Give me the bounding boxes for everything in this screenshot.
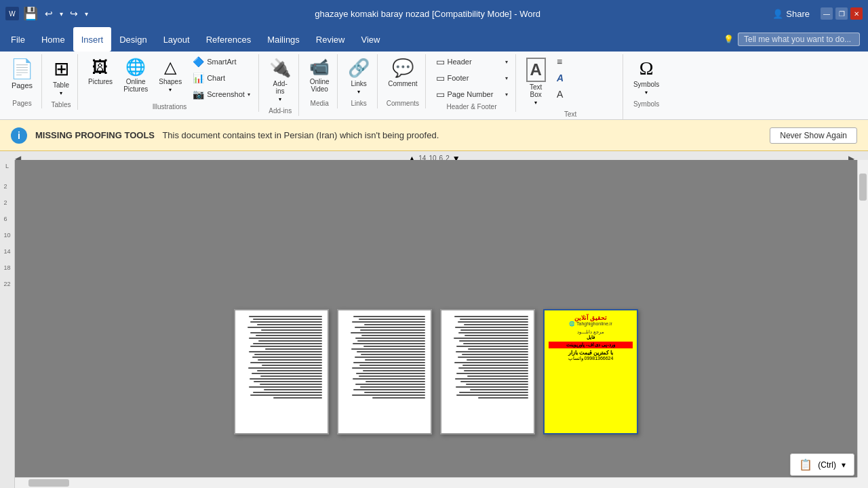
- menu-view[interactable]: View: [353, 27, 388, 52]
- ribbon-group-links-label: Links: [343, 98, 374, 108]
- chart-icon: 📊: [193, 73, 204, 83]
- search-input[interactable]: [738, 33, 860, 46]
- chart-button[interactable]: 📊 Chart: [188, 70, 256, 85]
- online-pictures-label: OnlinePictures: [123, 78, 148, 93]
- page-number-icon: ▭: [436, 89, 445, 100]
- share-button[interactable]: 👤 Share: [767, 6, 815, 22]
- textbox-icon: A: [526, 58, 546, 82]
- chart-label: Chart: [207, 74, 225, 82]
- textbox-button[interactable]: A TextBox ▾: [521, 54, 551, 109]
- online-video-button[interactable]: 📹 OnlineVideo: [304, 54, 334, 96]
- screenshot-dropdown: ▾: [248, 92, 250, 98]
- page-3-thumbnail[interactable]: [440, 309, 535, 434]
- never-show-again-button[interactable]: Never Show Again: [770, 127, 857, 144]
- pages-label: Pages: [12, 81, 33, 89]
- window-controls: — ❐ ✕: [821, 7, 863, 20]
- menu-references[interactable]: References: [198, 27, 259, 52]
- pictures-label: Pictures: [88, 78, 113, 85]
- minimize-button[interactable]: —: [821, 7, 833, 20]
- ribbon-group-comments-label: Comments: [383, 98, 422, 108]
- notification-text: MISSING PROOFING TOOLS This document con…: [35, 130, 762, 140]
- menu-home[interactable]: Home: [33, 27, 73, 52]
- symbols-label: Symbols: [633, 81, 659, 88]
- undo-button[interactable]: ↩: [42, 7, 56, 20]
- table-button[interactable]: ⊞ Table ▾: [47, 54, 75, 100]
- header-label: Header: [448, 58, 472, 66]
- ribbon-group-pages-label: Pages: [5, 98, 39, 108]
- wordart-button[interactable]: A: [552, 70, 620, 85]
- page-thumbnails: تحقیق آنلاین Tahghighonline.ir 🌐 مرجع دا…: [234, 309, 638, 434]
- menu-file[interactable]: File: [3, 27, 33, 52]
- menu-mailings[interactable]: Mailings: [259, 27, 308, 52]
- ribbon-group-text: A TextBox ▾ ≡ A A Text: [519, 54, 623, 119]
- page4-text4: با کمترین قیمت بازار: [549, 350, 633, 356]
- window-title: ghazaye komaki baray nozad [Compatibilit…: [88, 9, 767, 19]
- page4-text3: ورد-پی دی اف- پاورپوینت: [549, 342, 633, 348]
- pages-button[interactable]: 📄 Pages: [5, 54, 39, 93]
- clipboard-dropdown[interactable]: ▾: [842, 460, 846, 470]
- page-4-thumbnail[interactable]: تحقیق آنلاین Tahghighonline.ir 🌐 مرجع دا…: [543, 309, 638, 434]
- wordart-icon: A: [557, 73, 564, 83]
- shapes-icon: △: [164, 58, 176, 77]
- notification-icon: i: [11, 127, 27, 144]
- menu-review[interactable]: Review: [308, 27, 353, 52]
- ribbon-group-comments: 💬 Comment Comments: [380, 54, 425, 108]
- header-button[interactable]: ▭ Header ▾: [431, 54, 513, 69]
- menu-insert[interactable]: Insert: [73, 27, 112, 52]
- close-button[interactable]: ✕: [850, 7, 863, 20]
- screenshot-label: Screenshot: [207, 90, 245, 98]
- scrollbar-v-thumb[interactable]: [859, 174, 867, 201]
- redo-button[interactable]: ↪: [67, 7, 81, 20]
- ruler-v-6: 6: [3, 216, 10, 222]
- page-1-thumbnail[interactable]: [234, 309, 329, 434]
- ribbon-group-illustrations-label: Illustrations: [83, 102, 256, 112]
- title-bar: W 💾 ↩ ▾ ↪ ▾ ghazaye komaki baray nozad […: [0, 0, 868, 27]
- comment-label: Comment: [388, 80, 417, 87]
- ribbon-group-header-footer: ▭ Header ▾ ▭ Footer ▾ ▭ Page Number ▾ He…: [429, 54, 516, 112]
- links-dropdown: ▾: [357, 89, 360, 95]
- comment-button[interactable]: 💬 Comment: [383, 54, 422, 91]
- save-button[interactable]: 💾: [23, 6, 38, 21]
- symbols-button[interactable]: Ω Symbols ▾: [629, 54, 664, 99]
- menu-design[interactable]: Design: [111, 27, 155, 52]
- scrollbar-h-thumb[interactable]: [28, 479, 69, 487]
- dropcap-icon: A: [557, 89, 563, 100]
- clipboard-popup: 📋 (Ctrl) ▾: [790, 453, 854, 476]
- addins-button[interactable]: 🔌 Add-ins ▾: [264, 54, 296, 106]
- screenshot-button[interactable]: 📷 Screenshot ▾: [188, 87, 256, 102]
- vertical-ruler: L 2 2 6 10 14 18 22: [0, 160, 15, 488]
- page4-contact: 09981366624 واتساپ: [549, 356, 633, 361]
- ribbon-group-addins: 🔌 Add-ins ▾ Add-ins: [262, 54, 299, 116]
- restore-button[interactable]: ❐: [835, 7, 848, 20]
- smartart-button[interactable]: 🔷 SmartArt: [188, 54, 256, 69]
- shapes-button[interactable]: △ Shapes ▾: [154, 54, 186, 96]
- notification-bar: i MISSING PROOFING TOOLS This document c…: [0, 120, 868, 151]
- ribbon-group-media: 📹 OnlineVideo Media: [302, 54, 338, 108]
- page4-url: Tahghighonline.ir 🌐: [549, 321, 633, 327]
- addins-icon: 🔌: [269, 58, 291, 79]
- online-pictures-button[interactable]: 🌐 OnlinePictures: [119, 54, 153, 96]
- quick-parts-button[interactable]: ≡: [552, 54, 620, 69]
- ribbon-group-illustrations: 🖼 Pictures 🌐 OnlinePictures △ Shapes ▾ 🔷…: [81, 54, 259, 112]
- page-2-thumbnail[interactable]: [337, 309, 432, 434]
- smartart-icon: 🔷: [193, 56, 204, 67]
- page-number-label: Page Number: [448, 90, 494, 98]
- undo-dropdown[interactable]: ▾: [60, 10, 63, 18]
- vertical-scrollbar[interactable]: [857, 160, 868, 477]
- dropcap-button[interactable]: A: [552, 87, 620, 102]
- links-button[interactable]: 🔗 Links ▾: [343, 54, 374, 98]
- online-video-label: OnlineVideo: [310, 78, 330, 93]
- ruler-indent-marker[interactable]: L: [5, 160, 9, 169]
- ruler-v-2b: 2: [3, 199, 10, 206]
- ribbon-group-symbols-label: Symbols: [629, 99, 664, 109]
- page4-text2: فایل: [549, 335, 633, 340]
- pictures-button[interactable]: 🖼 Pictures: [83, 54, 117, 89]
- horizontal-scrollbar[interactable]: [15, 477, 857, 488]
- page-number-button[interactable]: ▭ Page Number ▾: [431, 87, 513, 102]
- footer-button[interactable]: ▭ Footer ▾: [431, 70, 513, 85]
- menu-layout[interactable]: Layout: [155, 27, 198, 52]
- ribbon-group-pages: 📄 Pages Pages: [3, 54, 42, 108]
- clipboard-label: (Ctrl): [818, 460, 836, 470]
- header-icon: ▭: [436, 56, 445, 67]
- shapes-dropdown: ▾: [169, 87, 172, 93]
